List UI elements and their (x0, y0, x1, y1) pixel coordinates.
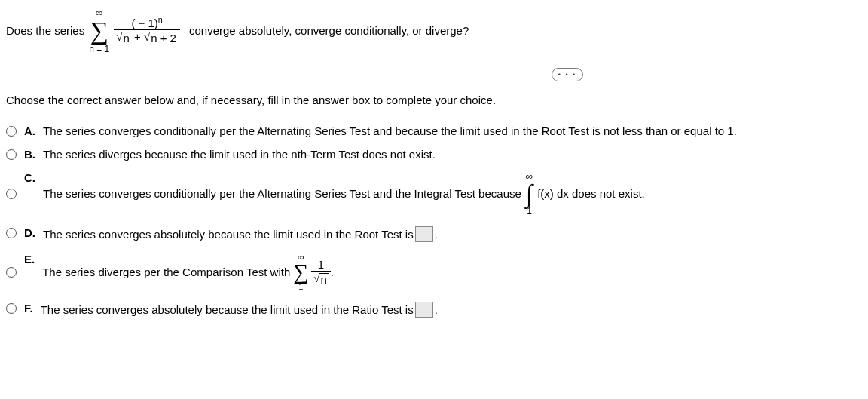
text-c: The series converges conditionally per t… (43, 171, 645, 216)
choice-c: C. The series converges conditionally pe… (6, 171, 862, 216)
text-f: The series converges absolutely because … (41, 302, 438, 318)
text-e: The series diverges per the Comparison T… (42, 253, 334, 291)
radio-c[interactable] (6, 189, 17, 199)
series-expression: ∞ ∑ n = 1 ( − 1)n √n + √n + 2 (89, 8, 180, 54)
sum-symbol: ∞ ∑ n = 1 (89, 8, 109, 54)
question-stem: Does the series ∞ ∑ n = 1 ( − 1)n √n + √… (6, 8, 862, 54)
section-divider: • • • (6, 75, 862, 75)
series-fraction: ( − 1)n √n + √n + 2 (114, 17, 180, 44)
label-f: F. (24, 302, 33, 315)
more-pill[interactable]: • • • (552, 68, 583, 81)
label-a: A. (24, 124, 35, 137)
comparison-fraction: 1 √n (311, 259, 331, 285)
radio-f[interactable] (6, 303, 17, 314)
text-b: The series diverges because the limit us… (43, 148, 436, 161)
label-d: D. (24, 226, 35, 239)
radio-b[interactable] (6, 149, 17, 160)
integral-symbol: ∞ ∫ 1 (526, 171, 533, 216)
text-d: The series converges absolutely because … (43, 226, 438, 242)
label-e: E. (24, 253, 35, 265)
choice-f: F. The series converges absolutely becau… (6, 302, 862, 318)
stem-after: converge absolutely, converge conditiona… (189, 24, 469, 37)
stem-before: Does the series (6, 24, 84, 37)
instruction-text: Choose the correct answer below and, if … (6, 94, 862, 106)
label-c: C. (24, 171, 35, 184)
radio-e[interactable] (6, 267, 17, 278)
text-a: The series converges conditionally per t… (43, 124, 737, 137)
radio-d[interactable] (6, 228, 17, 238)
answer-choices: A. The series converges conditionally pe… (6, 124, 862, 318)
choice-b: B. The series diverges because the limit… (6, 148, 862, 161)
radio-a[interactable] (6, 126, 17, 137)
answer-box-d[interactable] (415, 226, 433, 242)
choice-a: A. The series converges conditionally pe… (6, 124, 862, 137)
label-b: B. (24, 148, 35, 161)
comparison-sum: ∞ ∑ 1 (293, 253, 308, 291)
choice-d: D. The series converges absolutely becau… (6, 226, 862, 242)
answer-box-f[interactable] (415, 302, 433, 318)
choice-e: E. The series diverges per the Compariso… (6, 253, 862, 291)
